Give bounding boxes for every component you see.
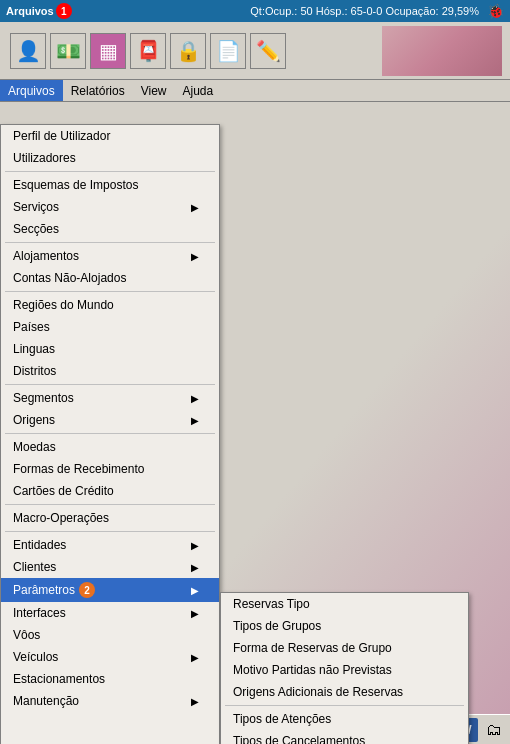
arrow-alojamentos: ▶ [191,251,199,262]
param-tipos-cancelamentos[interactable]: Tipos de Cancelamentos [221,730,468,744]
arrow-segmentos: ▶ [191,393,199,404]
app-title: Arquivos [6,5,54,17]
param-motivo-partidas[interactable]: Motivo Partidas não Previstas [221,659,468,681]
badge-parametros: 2 [79,582,95,598]
menu-item-origens[interactable]: Origens▶ [1,409,219,431]
menu-item-servicos[interactable]: Serviços▶ [1,196,219,218]
menu-item-utilizadores[interactable]: Utilizadores [1,147,219,169]
arrow-manutencao: ▶ [191,696,199,707]
arrow-interfaces: ▶ [191,608,199,619]
menu-item-segmentos[interactable]: Segmentos▶ [1,387,219,409]
menu-item-paises[interactable]: Países [1,316,219,338]
menu-item-cartoes[interactable]: Cartões de Crédito [1,480,219,502]
top-bar: Arquivos 1 Qt:Ocup.: 50 Hósp.: 65-0-0 Oc… [0,0,510,22]
menu-item-parametros[interactable]: Parâmetros 2 ▶ [1,578,219,602]
param-sep-1 [225,705,464,706]
separator-1 [5,171,215,172]
separator-5 [5,433,215,434]
menu-item-contas[interactable]: Contas Não-Alojados [1,267,219,289]
arrow-servicos: ▶ [191,202,199,213]
menu-item-entidades[interactable]: Entidades▶ [1,534,219,556]
menu-item-perfil[interactable]: Perfil de Utilizador [1,125,219,147]
menu-item-linguas[interactable]: Linguas [1,338,219,360]
arrow-origens: ▶ [191,415,199,426]
toolbar-icon-lock[interactable]: 🔒 [170,33,206,69]
menu-bar: Arquivos Relatórios View Ajuda [0,80,510,102]
separator-4 [5,384,215,385]
toolbar-icon-stamp[interactable]: 📮 [130,33,166,69]
toolbar-icon-person[interactable]: 👤 [10,33,46,69]
dropdown-parametros: Reservas Tipo Tipos de Grupos Forma de R… [220,592,469,744]
menu-item-distritos[interactable]: Distritos [1,360,219,382]
qt-info: Qt:Ocup.: 50 Hósp.: 65-0-0 Ocupação: 29,… [250,5,479,17]
menu-item-veiculos[interactable]: Veículos▶ [1,646,219,668]
menu-item-moedas[interactable]: Moedas [1,436,219,458]
menu-item-estacionamentos[interactable]: Estacionamentos [1,668,219,690]
separator-3 [5,291,215,292]
menu-relatorios[interactable]: Relatórios [63,80,133,101]
menu-item-voos[interactable]: Vôos [1,624,219,646]
menu-item-macro[interactable]: Macro-Operações [1,507,219,529]
menu-item-manutencao[interactable]: Manutenção▶ [1,690,219,712]
toolbar-icon-doc[interactable]: 📄 [210,33,246,69]
menu-item-seccoes[interactable]: Secções [1,218,219,240]
separator-7 [5,531,215,532]
dropdown-overlay: Perfil de Utilizador Utilizadores Esquem… [0,124,469,744]
separator-6 [5,504,215,505]
separator-2 [5,242,215,243]
menu-view[interactable]: View [133,80,175,101]
arrow-veiculos: ▶ [191,652,199,663]
badge-1: 1 [56,3,72,19]
toolbar-icon-pencil[interactable]: ✏️ [250,33,286,69]
arrow-parametros: ▶ [191,585,199,596]
content-area: Perfil de Utilizador Utilizadores Esquem… [0,102,510,714]
dropdown-arquivos: Perfil de Utilizador Utilizadores Esquem… [0,124,220,744]
taskbar-icon-folder[interactable]: 🗂 [482,718,506,742]
param-tipos-grupos[interactable]: Tipos de Grupos [221,615,468,637]
toolbar-icon-dollar[interactable]: 💵 [50,33,86,69]
arrow-clientes: ▶ [191,562,199,573]
menu-ajuda[interactable]: Ajuda [175,80,222,101]
toolbar: 👤 💵 ▦ 📮 🔒 📄 ✏️ [0,22,510,80]
menu-item-esquemas[interactable]: Esquemas de Impostos [1,174,219,196]
arrow-entidades: ▶ [191,540,199,551]
menu-arquivos[interactable]: Arquivos [0,80,63,101]
toolbar-icon-grid[interactable]: ▦ [90,33,126,69]
param-origens-adicionais[interactable]: Origens Adicionais de Reservas [221,681,468,703]
menu-item-alojamentos[interactable]: Alojamentos▶ [1,245,219,267]
menu-item-clientes[interactable]: Clientes▶ [1,556,219,578]
param-tipos-atencoes[interactable]: Tipos de Atenções [221,708,468,730]
menu-item-formas[interactable]: Formas de Recebimento [1,458,219,480]
menu-item-interfaces[interactable]: Interfaces▶ [1,602,219,624]
menu-item-regioes[interactable]: Regiões do Mundo [1,294,219,316]
param-forma-reservas[interactable]: Forma de Reservas de Grupo [221,637,468,659]
beetle-icon: 🐞 [487,3,504,19]
param-reservas-tipo[interactable]: Reservas Tipo [221,593,468,615]
